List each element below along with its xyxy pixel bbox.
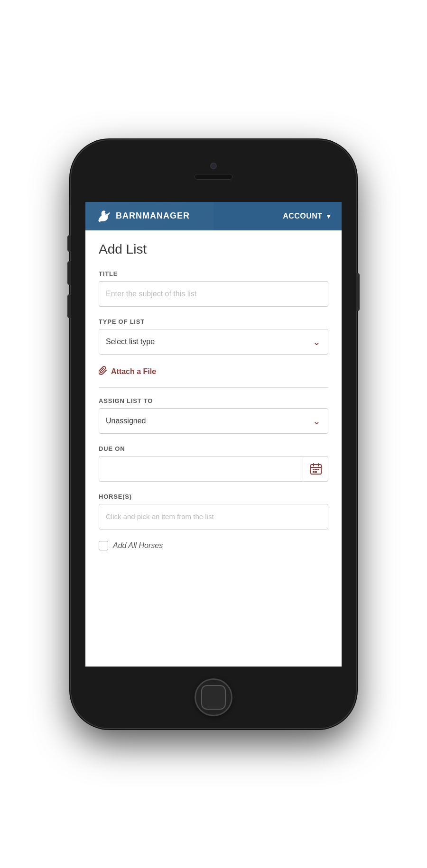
add-all-horses-label: Add All Horses xyxy=(113,541,163,550)
svg-rect-8 xyxy=(313,471,315,473)
phone-device: BARNMANAGER ACCOUNT ▼ Add List TITLE TYP… xyxy=(71,140,356,728)
side-buttons-right xyxy=(356,273,360,311)
home-button[interactable] xyxy=(195,678,232,716)
phone-screen: BARNMANAGER ACCOUNT ▼ Add List TITLE TYP… xyxy=(85,202,342,667)
horses-field-group: HORSE(S) xyxy=(99,493,328,530)
content-area: Add List TITLE TYPE OF LIST Select list … xyxy=(85,230,342,667)
speaker xyxy=(195,174,232,180)
divider xyxy=(99,387,328,388)
assign-field-group: ASSIGN LIST TO Unassigned ⌄ xyxy=(99,397,328,434)
due-on-input-wrapper xyxy=(99,456,328,482)
assign-select[interactable]: Unassigned xyxy=(99,408,328,434)
svg-rect-6 xyxy=(315,469,317,470)
type-label: TYPE OF LIST xyxy=(99,318,328,325)
brand-name: BARNMANAGER xyxy=(116,211,190,221)
home-button-inner xyxy=(201,685,226,710)
page-title: Add List xyxy=(99,242,328,257)
power-button xyxy=(356,273,360,311)
add-all-horses-row: Add All Horses xyxy=(99,541,328,555)
volume-up-button xyxy=(67,261,71,285)
side-buttons-left xyxy=(67,235,71,318)
attach-file-label: Attach a File xyxy=(111,367,156,376)
screen-wrapper: BARNMANAGER ACCOUNT ▼ Add List TITLE TYP… xyxy=(85,202,342,667)
horses-input[interactable] xyxy=(99,504,328,530)
due-on-label: DUE ON xyxy=(99,445,328,452)
type-field-group: TYPE OF LIST Select list type ⌄ xyxy=(99,318,328,355)
attach-file-button[interactable]: Attach a File xyxy=(99,366,328,378)
due-on-input[interactable] xyxy=(99,456,328,482)
assign-select-wrapper: Unassigned ⌄ xyxy=(99,408,328,434)
volume-down-button xyxy=(67,294,71,318)
phone-bottom xyxy=(71,667,356,728)
calendar-icon xyxy=(310,463,322,475)
brand-logo: BARNMANAGER xyxy=(95,209,190,224)
add-all-horses-checkbox[interactable] xyxy=(99,541,108,550)
due-on-field-group: DUE ON xyxy=(99,445,328,482)
phone-top xyxy=(71,140,356,202)
paperclip-icon xyxy=(99,366,107,378)
assign-label: ASSIGN LIST TO xyxy=(99,397,328,404)
account-label: ACCOUNT xyxy=(283,212,323,220)
type-select-wrapper: Select list type ⌄ xyxy=(99,329,328,355)
title-input[interactable] xyxy=(99,281,328,307)
account-chevron-icon: ▼ xyxy=(325,212,332,220)
svg-rect-5 xyxy=(313,469,315,470)
svg-rect-7 xyxy=(317,469,319,470)
calendar-button[interactable] xyxy=(303,456,328,482)
title-label: TITLE xyxy=(99,270,328,277)
horses-label: HORSE(S) xyxy=(99,493,328,500)
nav-bar: BARNMANAGER ACCOUNT ▼ xyxy=(85,202,342,230)
mute-button xyxy=(67,235,71,252)
account-button[interactable]: ACCOUNT ▼ xyxy=(283,212,332,220)
type-select[interactable]: Select list type xyxy=(99,329,328,355)
horse-icon xyxy=(95,209,112,224)
title-field-group: TITLE xyxy=(99,270,328,307)
svg-point-0 xyxy=(105,211,107,213)
svg-rect-9 xyxy=(315,471,317,473)
camera xyxy=(210,163,217,169)
